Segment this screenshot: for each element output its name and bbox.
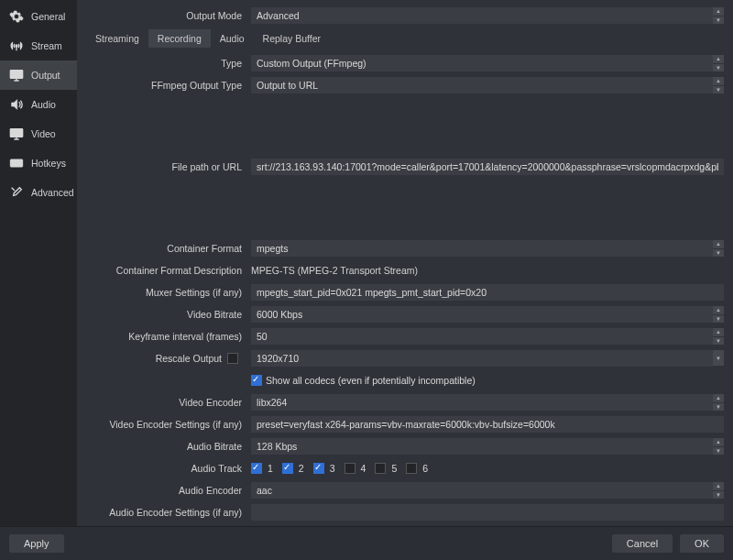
- ffmpeg-type-label: FFmpeg Output Type: [86, 80, 251, 91]
- track-checkbox-3[interactable]: [313, 463, 324, 474]
- chevron-down-icon: ▼: [713, 350, 724, 367]
- track-label: 3: [330, 463, 335, 474]
- track-label: 5: [391, 463, 397, 474]
- cancel-button[interactable]: Cancel: [612, 534, 673, 553]
- sidebar-item-label: Hotkeys: [31, 158, 66, 169]
- vencset-label: Video Encoder Settings (if any): [86, 419, 251, 430]
- track-checkbox-4[interactable]: [345, 463, 356, 474]
- sidebar: General Stream Output Audio Video Hotkey…: [0, 0, 77, 526]
- ffmpeg-type-select[interactable]: Output to URL ▲▼: [251, 77, 724, 93]
- showall-checkbox[interactable]: [251, 375, 262, 386]
- track-checkbox-1[interactable]: [251, 463, 262, 474]
- track-checkbox-5[interactable]: [375, 463, 386, 474]
- type-label: Type: [86, 58, 251, 69]
- aencoder-label: Audio Encoder: [86, 485, 251, 496]
- track-checkbox-6[interactable]: [406, 463, 417, 474]
- output-mode-select[interactable]: Advanced ▲▼: [251, 7, 724, 24]
- output-mode-label: Output Mode: [86, 10, 251, 21]
- sidebar-item-advanced[interactable]: Advanced: [0, 178, 77, 207]
- track-label: 1: [268, 463, 273, 474]
- content-panel: Output Mode Advanced ▲▼ Streaming Record…: [77, 0, 733, 526]
- showall-label: Show all codecs (even if potentially inc…: [266, 375, 476, 386]
- apply-button[interactable]: Apply: [9, 534, 64, 553]
- aencoder-select[interactable]: aac ▲▼: [251, 482, 724, 499]
- sidebar-item-label: General: [31, 11, 65, 22]
- track-label: 4: [361, 463, 366, 474]
- abitrate-input[interactable]: 128 Kbps ▲▼: [251, 438, 724, 455]
- keyframe-label: Keyframe interval (frames): [86, 331, 251, 342]
- container-format-label: Container Format: [86, 243, 251, 254]
- atrack-label: Audio Track: [86, 463, 251, 474]
- sidebar-item-video[interactable]: Video: [0, 119, 77, 148]
- tab-recording[interactable]: Recording: [148, 29, 211, 48]
- ok-button[interactable]: OK: [680, 534, 724, 553]
- sidebar-item-stream[interactable]: Stream: [0, 31, 77, 60]
- chevron-updown-icon: ▲▼: [713, 482, 724, 499]
- sidebar-item-label: Advanced: [31, 187, 74, 198]
- rescale-label: Rescale Output: [156, 353, 222, 364]
- monitor-arrow-icon: [9, 68, 24, 82]
- track-label: 6: [422, 463, 428, 474]
- sidebar-item-label: Audio: [31, 99, 56, 110]
- gear-icon: [9, 9, 24, 24]
- vbitrate-input[interactable]: 6000 Kbps ▲▼: [251, 306, 724, 323]
- aencset-label: Audio Encoder Settings (if any): [86, 507, 251, 518]
- chevron-updown-icon: ▲▼: [713, 7, 724, 24]
- vbitrate-label: Video Bitrate: [86, 309, 251, 320]
- sidebar-item-audio[interactable]: Audio: [0, 90, 77, 119]
- stepper-icon[interactable]: ▲▼: [713, 328, 724, 345]
- sidebar-item-output[interactable]: Output: [0, 60, 77, 90]
- tab-audio[interactable]: Audio: [211, 29, 254, 48]
- footer: Apply Cancel OK: [0, 526, 733, 560]
- aencset-input[interactable]: [251, 504, 724, 521]
- tab-streaming[interactable]: Streaming: [86, 29, 148, 48]
- vencoder-select[interactable]: libx264 ▲▼: [251, 394, 724, 411]
- abitrate-label: Audio Bitrate: [86, 441, 251, 452]
- sidebar-item-label: Output: [31, 70, 60, 81]
- tools-icon: [9, 185, 24, 200]
- chevron-updown-icon: ▲▼: [713, 77, 724, 93]
- chevron-updown-icon: ▲▼: [713, 240, 724, 257]
- filepath-label: File path or URL: [86, 161, 251, 172]
- rescale-checkbox[interactable]: [227, 353, 238, 364]
- vencoder-label: Video Encoder: [86, 397, 251, 408]
- sidebar-item-hotkeys[interactable]: Hotkeys: [0, 148, 77, 178]
- sidebar-item-label: Video: [31, 128, 56, 139]
- keyframe-input[interactable]: 50 ▲▼: [251, 328, 724, 345]
- filepath-input[interactable]: [251, 159, 724, 175]
- stepper-icon[interactable]: ▲▼: [713, 306, 724, 323]
- speaker-icon: [9, 97, 24, 112]
- chevron-updown-icon: ▲▼: [713, 55, 724, 71]
- chevron-updown-icon: ▲▼: [713, 394, 724, 411]
- sidebar-item-general[interactable]: General: [0, 2, 77, 31]
- rescale-select[interactable]: 1920x710 ▼: [251, 350, 724, 367]
- container-desc-label: Container Format Description: [86, 265, 251, 276]
- monitor-icon: [9, 126, 24, 141]
- type-select[interactable]: Custom Output (FFmpeg) ▲▼: [251, 55, 724, 71]
- audio-track-group: 123456: [251, 463, 724, 474]
- sidebar-item-label: Stream: [31, 40, 62, 51]
- output-tabs: Streaming Recording Audio Replay Buffer: [86, 29, 724, 48]
- keyboard-icon: [9, 156, 24, 170]
- antenna-icon: [9, 38, 24, 53]
- container-format-select[interactable]: mpegts ▲▼: [251, 240, 724, 257]
- stepper-icon[interactable]: ▲▼: [713, 438, 724, 455]
- track-label: 2: [299, 463, 304, 474]
- track-checkbox-2[interactable]: [282, 463, 293, 474]
- muxer-label: Muxer Settings (if any): [86, 287, 251, 298]
- muxer-input[interactable]: [251, 284, 724, 301]
- svg-rect-2: [10, 129, 22, 137]
- tab-replay-buffer[interactable]: Replay Buffer: [254, 29, 330, 48]
- container-desc-value: MPEG-TS (MPEG-2 Transport Stream): [251, 262, 724, 279]
- vencset-input[interactable]: [251, 416, 724, 433]
